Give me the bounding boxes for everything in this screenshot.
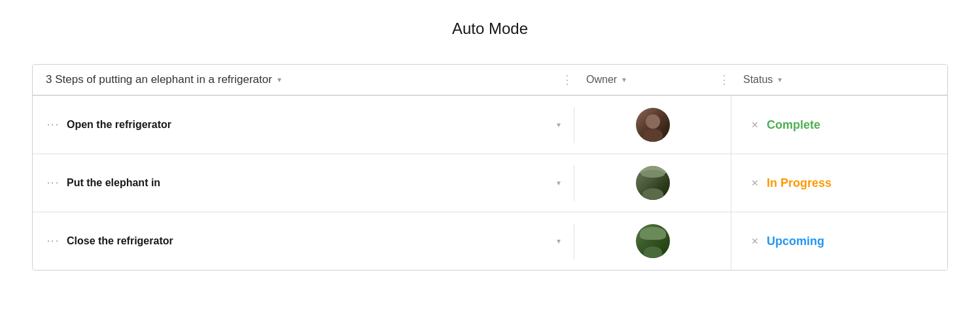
header-name: 3 Steps of putting an elephant in a refr… bbox=[46, 73, 561, 86]
task-name: Open the refrigerator bbox=[67, 119, 550, 131]
avatar bbox=[636, 108, 670, 142]
table-row: ⋮ Open the refrigerator ▾ ✕ Complete bbox=[33, 95, 947, 154]
status-clear-icon[interactable]: ✕ bbox=[751, 178, 759, 188]
status-clear-icon[interactable]: ✕ bbox=[751, 120, 759, 130]
row-owner-cell bbox=[574, 212, 731, 270]
table-row: ⋮ Close the refrigerator ▾ ✕ Upcoming bbox=[33, 212, 947, 270]
row-status-cell: ✕ Upcoming bbox=[731, 223, 947, 260]
row-name-cell: ⋮ Open the refrigerator ▾ bbox=[33, 107, 574, 143]
task-table: 3 Steps of putting an elephant in a refr… bbox=[32, 64, 948, 271]
chevron-down-icon[interactable]: ▾ bbox=[277, 75, 281, 84]
row-expand-icon[interactable]: ▾ bbox=[557, 237, 561, 246]
status-badge[interactable]: Complete bbox=[767, 118, 820, 132]
row-expand-icon[interactable]: ▾ bbox=[557, 120, 561, 129]
row-name-cell: ⋮ Close the refrigerator ▾ bbox=[33, 223, 574, 259]
table-header: 3 Steps of putting an elephant in a refr… bbox=[33, 65, 947, 95]
row-name-cell: ⋮ Put the elephant in ▾ bbox=[33, 165, 574, 201]
header-divider-dots: ⋮ bbox=[561, 73, 573, 87]
page-title: Auto Mode bbox=[452, 20, 528, 38]
row-status-cell: ✕ In Progress bbox=[731, 165, 947, 202]
drag-handle-icon[interactable]: ⋮ bbox=[46, 235, 60, 248]
header-status-label: Status bbox=[743, 74, 773, 86]
avatar bbox=[636, 224, 670, 258]
owner-chevron-icon[interactable]: ▾ bbox=[622, 75, 626, 84]
header-status: ⋮ Status ▾ bbox=[718, 73, 934, 87]
drag-handle-icon[interactable]: ⋮ bbox=[46, 119, 60, 131]
header-name-label: 3 Steps of putting an elephant in a refr… bbox=[46, 73, 272, 86]
header-divider-dots-2: ⋮ bbox=[718, 73, 730, 87]
row-status-cell: ✕ Complete bbox=[731, 107, 947, 144]
status-badge[interactable]: Upcoming bbox=[767, 235, 824, 248]
task-name: Close the refrigerator bbox=[67, 235, 550, 247]
table-row: ⋮ Put the elephant in ▾ ✕ In Progress bbox=[33, 154, 947, 212]
row-owner-cell bbox=[574, 154, 731, 212]
status-badge[interactable]: In Progress bbox=[767, 176, 831, 190]
row-owner-cell bbox=[574, 96, 731, 154]
row-expand-icon[interactable]: ▾ bbox=[557, 178, 561, 188]
status-chevron-icon[interactable]: ▾ bbox=[778, 75, 782, 84]
header-owner-label: Owner bbox=[586, 74, 617, 86]
status-clear-icon[interactable]: ✕ bbox=[751, 236, 759, 246]
header-owner: ⋮ Owner ▾ bbox=[561, 73, 718, 87]
task-name: Put the elephant in bbox=[67, 177, 550, 189]
avatar bbox=[636, 166, 670, 200]
drag-handle-icon[interactable]: ⋮ bbox=[46, 177, 60, 189]
